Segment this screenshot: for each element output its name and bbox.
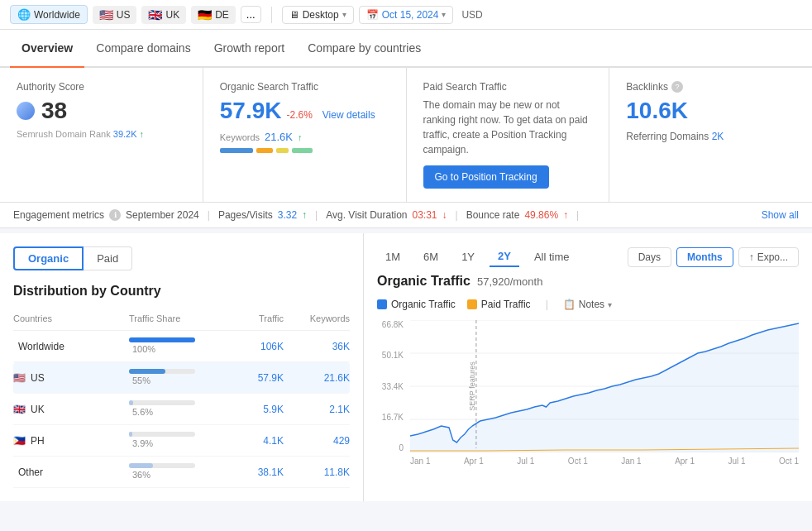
- globe-icon: 🌐: [17, 8, 31, 21]
- device-label: Desktop: [303, 9, 339, 21]
- x-label-3: Oct 1: [568, 457, 588, 466]
- pages-arrow: ↑: [302, 209, 307, 221]
- traffic-bar-fill: [129, 337, 195, 342]
- date-label: Oct 15, 2024: [382, 9, 439, 21]
- chart-svg: SERP features: [410, 320, 799, 452]
- top-bar: 🌐 Worldwide 🇺🇸 US 🇬🇧 UK 🇩🇪 DE ... 🖥 Desk…: [0, 0, 812, 30]
- organic-legend[interactable]: Organic Traffic: [377, 299, 456, 310]
- country-label: PH: [31, 435, 45, 447]
- paid-traffic-card: Paid Search Traffic The domain may be ne…: [407, 68, 610, 202]
- domain-rank-sub: Semrush Domain Rank 39.2K ↑: [17, 129, 186, 139]
- de-pill[interactable]: 🇩🇪 DE: [191, 6, 236, 24]
- export-button[interactable]: ↑ Expo...: [738, 247, 799, 267]
- show-all-link[interactable]: Show all: [762, 209, 799, 221]
- traffic-bar-fill: [129, 463, 153, 468]
- time-all[interactable]: All time: [526, 247, 578, 266]
- traffic-value: 4.1K: [226, 435, 284, 447]
- more-countries-button[interactable]: ...: [241, 6, 261, 23]
- time-1m[interactable]: 1M: [377, 247, 408, 266]
- organic-legend-dot: [377, 299, 387, 309]
- domain-rank-value[interactable]: 39.2K: [113, 129, 137, 139]
- uk-pill[interactable]: 🇬🇧 UK: [141, 6, 186, 24]
- device-select[interactable]: 🖥 Desktop ▾: [282, 6, 354, 24]
- x-label-6: Jul 1: [728, 457, 746, 466]
- authority-score-value: 38: [41, 98, 67, 124]
- traffic-value: 106K: [226, 341, 284, 352]
- table-row[interactable]: Worldwide 100% 106K 36K: [13, 331, 350, 362]
- time-1y[interactable]: 1Y: [453, 247, 483, 266]
- organic-paid-toggle: Organic Paid: [13, 246, 350, 270]
- paid-legend[interactable]: Paid Traffic: [467, 299, 531, 310]
- table-header: Countries Traffic Share Traffic Keywords: [13, 310, 350, 331]
- tab-growth-report[interactable]: Growth report: [203, 30, 297, 66]
- bounce-label: Bounce rate: [466, 209, 520, 221]
- duration-arrow: ↓: [442, 209, 447, 221]
- organic-traffic-card: Organic Search Traffic 57.9K -2.6% View …: [203, 68, 407, 202]
- uk-flag: 🇬🇧: [148, 8, 162, 22]
- paid-desc: The domain may be new or not ranking rig…: [423, 98, 593, 157]
- tab-compare-domains[interactable]: Compare domains: [84, 30, 202, 66]
- organic-value: 57.9K: [220, 98, 282, 124]
- keywords-arrow: ↑: [298, 132, 303, 142]
- authority-score-label: Authority Score: [17, 81, 186, 93]
- time-2y[interactable]: 2Y: [490, 246, 519, 267]
- tab-overview[interactable]: Overview: [10, 30, 84, 66]
- country-name: 🇬🇧 UK: [13, 404, 129, 415]
- col-traffic: Traffic: [226, 313, 284, 323]
- paid-toggle-button[interactable]: Paid: [84, 246, 132, 270]
- paid-label: Paid Search Traffic: [423, 81, 593, 93]
- backlinks-value: 10.6K: [626, 98, 795, 124]
- chevron-down-icon: ▾: [342, 10, 346, 19]
- country-name: 🇵🇭 PH: [13, 435, 129, 447]
- date-select[interactable]: 📅 Oct 15, 2024 ▾: [359, 6, 454, 24]
- notes-button[interactable]: 📋 Notes ▾: [563, 299, 612, 310]
- calendar-icon: 📅: [366, 9, 379, 21]
- x-label-4: Jan 1: [621, 457, 641, 466]
- svg-text:SERP features: SERP features: [468, 361, 476, 411]
- organic-label: Organic Search Traffic: [220, 81, 389, 93]
- traffic-value: 38.1K: [226, 466, 284, 478]
- view-controls: Days Months ↑ Expo...: [628, 247, 799, 267]
- x-label-1: Apr 1: [464, 457, 484, 466]
- chart-container: 66.8K 50.1K 33.4K 16.7K 0 SERP features: [377, 320, 799, 466]
- notes-icon: 📋: [563, 299, 576, 310]
- export-label: Expo...: [757, 251, 788, 263]
- table-row[interactable]: Other 36% 38.1K 11.8K: [13, 457, 350, 488]
- legend-row: Organic Traffic Paid Traffic | 📋 Notes ▾: [377, 299, 799, 310]
- left-panel: Organic Paid Distribution by Country Cou…: [0, 233, 364, 501]
- days-view-button[interactable]: Days: [628, 247, 671, 267]
- traffic-pct-label: 5.6%: [132, 407, 153, 417]
- chevron-down-icon: ▾: [442, 10, 446, 19]
- engagement-info-icon[interactable]: ℹ: [109, 209, 121, 221]
- organic-toggle-button[interactable]: Organic: [13, 246, 84, 270]
- engagement-period: September 2024: [126, 209, 199, 221]
- view-details-link[interactable]: View details: [322, 109, 375, 121]
- keywords-value[interactable]: 21.6K: [265, 131, 293, 143]
- us-pill[interactable]: 🇺🇸 US: [93, 6, 137, 24]
- nav-tabs: Overview Compare domains Growth report C…: [0, 30, 812, 68]
- table-row[interactable]: 🇺🇸 US 55% 57.9K 21.6K: [13, 362, 350, 394]
- table-row[interactable]: 🇬🇧 UK 5.6% 5.9K 2.1K: [13, 394, 350, 425]
- referring-value[interactable]: 2K: [712, 131, 724, 142]
- kw-bar-seg1: [220, 148, 253, 153]
- months-view-button[interactable]: Months: [676, 247, 733, 267]
- bottom-section: Organic Paid Distribution by Country Cou…: [0, 233, 812, 501]
- worldwide-pill[interactable]: 🌐 Worldwide: [10, 5, 88, 24]
- traffic-bar: 5.6%: [129, 400, 226, 418]
- de-label: DE: [215, 9, 229, 21]
- x-label-2: Jul 1: [517, 457, 534, 466]
- x-label-5: Apr 1: [675, 457, 695, 466]
- distribution-title: Distribution by Country: [13, 284, 350, 299]
- traffic-bar-fill: [129, 432, 132, 437]
- table-row[interactable]: 🇵🇭 PH 3.9% 4.1K 429: [13, 425, 350, 457]
- us-flag: 🇺🇸: [99, 8, 113, 22]
- traffic-bar: 3.9%: [129, 432, 226, 449]
- info-icon[interactable]: ?: [671, 81, 683, 93]
- chart-plot: SERP features Jan 1 Apr 1 Jul 1 Oct 1 Ja…: [410, 320, 799, 466]
- x-label-7: Oct 1: [779, 457, 799, 466]
- time-6m[interactable]: 6M: [415, 247, 447, 266]
- tab-compare-countries[interactable]: Compare by countries: [296, 30, 432, 66]
- country-flag: 🇵🇭: [13, 435, 26, 447]
- position-tracking-button[interactable]: Go to Position Tracking: [423, 165, 549, 189]
- bounce-value: 49.86%: [524, 209, 558, 221]
